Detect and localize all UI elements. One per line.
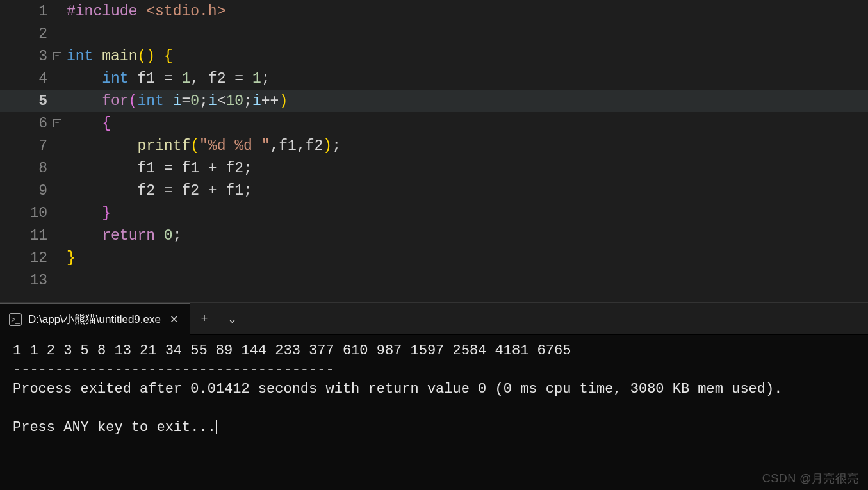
code-line[interactable]: 4 int f1 = 1, f2 = 1; <box>0 67 868 90</box>
line-number: 2 <box>0 26 51 42</box>
line-number: 7 <box>0 138 51 154</box>
code-line[interactable]: 10 } <box>0 202 868 224</box>
minus-icon: − <box>53 119 61 127</box>
terminal-panel: >_ D:\app\小熊猫\untitled9.exe ✕ + ⌄ 1 1 2 … <box>0 302 868 490</box>
line-number: 9 <box>0 183 51 199</box>
terminal-output[interactable]: 1 1 2 3 5 8 13 21 34 55 89 144 233 377 6… <box>0 335 868 444</box>
terminal-tab[interactable]: >_ D:\app\小熊猫\untitled9.exe ✕ <box>0 303 190 335</box>
tab-dropdown[interactable]: ⌄ <box>218 303 247 334</box>
code-line[interactable]: 12 } <box>0 247 868 269</box>
line-number: 5 <box>0 93 51 110</box>
line-number: 6 <box>0 115 51 132</box>
code-line-current[interactable]: 5 for(int i=0;i<10;i++) <box>0 90 868 112</box>
code-line[interactable]: 2 <box>0 22 868 45</box>
exit-prompt: Press ANY key to exit... <box>13 420 216 436</box>
code-line[interactable]: 1 #include <stdio.h> <box>0 0 868 22</box>
line-number: 3 <box>0 48 51 65</box>
line-number: 12 <box>0 250 51 266</box>
code-line[interactable]: 13 <box>0 269 868 291</box>
terminal-icon: >_ <box>9 313 22 326</box>
code-line[interactable]: 6 − { <box>0 112 868 135</box>
code-line[interactable]: 7 printf("%d %d ",f1,f2); <box>0 135 868 157</box>
output-separator: -------------------------------------- <box>13 362 334 378</box>
fold-toggle[interactable]: − <box>51 52 63 60</box>
close-icon[interactable]: ✕ <box>167 313 181 325</box>
code-editor[interactable]: 1 #include <stdio.h> 2 3 − int main() { … <box>0 0 868 302</box>
terminal-tab-title: D:\app\小熊猫\untitled9.exe <box>28 312 161 327</box>
fold-toggle[interactable]: − <box>51 119 63 127</box>
output-line: Process exited after 0.01412 seconds wit… <box>13 381 782 397</box>
line-number: 8 <box>0 160 51 177</box>
code-line[interactable]: 3 − int main() { <box>0 45 868 67</box>
minus-icon: − <box>53 52 61 60</box>
watermark: CSDN @月亮很亮 <box>762 471 859 486</box>
new-tab-button[interactable]: + <box>190 303 218 334</box>
line-number: 11 <box>0 227 51 244</box>
code-line[interactable]: 11 return 0; <box>0 224 868 247</box>
line-number: 4 <box>0 70 51 87</box>
line-number: 13 <box>0 272 51 289</box>
line-number: 1 <box>0 3 51 20</box>
code-line[interactable]: 8 f1 = f1 + f2; <box>0 157 868 179</box>
cursor <box>216 420 217 434</box>
code-line[interactable]: 9 f2 = f2 + f1; <box>0 179 868 202</box>
terminal-tab-bar: >_ D:\app\小熊猫\untitled9.exe ✕ + ⌄ <box>0 303 868 335</box>
output-line: 1 1 2 3 5 8 13 21 34 55 89 144 233 377 6… <box>13 343 571 359</box>
line-number: 10 <box>0 205 51 222</box>
